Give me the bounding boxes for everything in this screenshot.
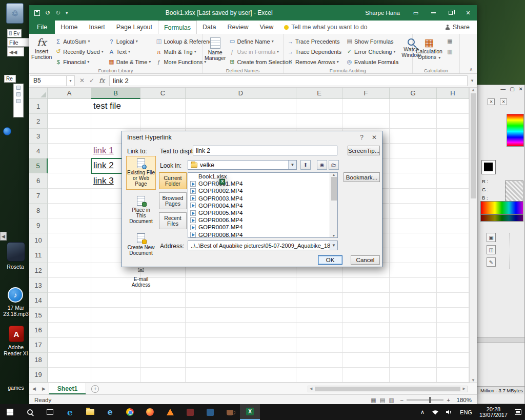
row-header-9[interactable]: 9	[29, 218, 48, 233]
volume-icon[interactable]	[442, 404, 456, 420]
cell-E13[interactable]	[296, 278, 342, 293]
cell-A7[interactable]	[48, 189, 91, 204]
cell-A4[interactable]	[48, 144, 91, 158]
cell-F18[interactable]	[342, 353, 390, 368]
cell-A19[interactable]	[48, 368, 91, 383]
panel-close-icon[interactable]: ✕	[500, 98, 507, 105]
language-indicator[interactable]: ENG	[456, 404, 476, 420]
cell-G13[interactable]	[390, 278, 437, 293]
tab-review[interactable]: Review	[221, 21, 254, 34]
task-view-button[interactable]	[40, 404, 60, 420]
column-header-H[interactable]: H	[437, 88, 469, 99]
row-header-6[interactable]: 6	[29, 173, 48, 188]
zoom-slider-thumb[interactable]	[429, 397, 431, 403]
cell-B15[interactable]	[91, 308, 140, 323]
horizontal-scroll-thumb[interactable]	[315, 387, 460, 391]
cell-H9[interactable]	[437, 218, 469, 233]
name-box[interactable]: B5	[30, 75, 67, 86]
cell-A2[interactable]	[48, 114, 91, 129]
taskbar-file-explorer[interactable]	[80, 404, 100, 420]
cell-H8[interactable]	[437, 204, 469, 218]
desktop-app-icon[interactable]	[3, 127, 11, 135]
cell-G1[interactable]	[390, 99, 437, 114]
cell-A15[interactable]	[48, 308, 91, 323]
column-header-B[interactable]: B	[91, 88, 140, 99]
horizontal-scrollbar[interactable]: ◀ ▶	[308, 386, 468, 392]
screentip-button[interactable]: ScreenTip...	[348, 146, 380, 155]
cell-B14[interactable]	[91, 293, 140, 308]
row-header-15[interactable]: 15	[29, 308, 48, 323]
date-time-button[interactable]: ▦Date & Time▾	[107, 57, 153, 67]
cell-G6[interactable]	[390, 173, 437, 188]
taskbar-app-1[interactable]	[180, 404, 200, 420]
ok-button[interactable]: OK	[318, 255, 342, 265]
cell-F13[interactable]	[342, 278, 390, 293]
browse-file-button[interactable]: 🗁	[329, 160, 339, 170]
cell-G9[interactable]	[390, 218, 437, 233]
scroll-up-icon[interactable]: ▲	[471, 88, 475, 92]
editor-scrollbar[interactable]	[477, 337, 524, 343]
row-header-16[interactable]: 16	[29, 323, 48, 337]
cell-H18[interactable]	[437, 353, 469, 368]
cell-A11[interactable]	[48, 248, 91, 263]
vertical-scroll-thumb[interactable]	[471, 93, 476, 198]
name-manager-button[interactable]: Name Manager	[205, 35, 226, 67]
cell-F17[interactable]	[342, 338, 390, 353]
insert-function-button[interactable]: fx Insert Function	[31, 35, 52, 67]
cell-A12[interactable]	[48, 263, 91, 278]
cell-A10[interactable]	[48, 233, 91, 248]
taskbar-coffee-app[interactable]	[220, 404, 240, 420]
cell-D2[interactable]	[186, 114, 296, 129]
nav-create-new-document[interactable]: Create New Document	[126, 231, 156, 259]
recycle-bin-icon[interactable]: ♲	[6, 3, 24, 24]
roseta-label[interactable]: Roseta	[0, 264, 31, 270]
cell-H1[interactable]	[437, 99, 469, 114]
scroll-down-icon[interactable]: ▼	[471, 378, 475, 383]
cell-G10[interactable]	[390, 233, 437, 248]
bookmark-button[interactable]: Bookmark...	[344, 172, 380, 182]
row-header-8[interactable]: 8	[29, 204, 48, 218]
cell-C16[interactable]	[140, 323, 186, 337]
tool-button[interactable]: ▣	[487, 233, 496, 242]
row-header-2[interactable]: 2	[29, 114, 48, 129]
row-header-11[interactable]: 11	[29, 248, 48, 263]
recently-used-button[interactable]: ↺Recently Used▾	[53, 47, 105, 56]
cell-A14[interactable]	[48, 293, 91, 308]
cell-A9[interactable]	[48, 218, 91, 233]
cell-F14[interactable]	[342, 293, 390, 308]
cell-B18[interactable]	[91, 353, 140, 368]
cell-H14[interactable]	[437, 293, 469, 308]
taskbar-chrome[interactable]	[120, 404, 140, 420]
file-item[interactable]: GOPR0005.MP4	[188, 209, 337, 216]
row-header-13[interactable]: 13	[29, 278, 48, 293]
cell-A6[interactable]	[48, 173, 91, 188]
cell-E1[interactable]	[296, 99, 342, 114]
cell-G15[interactable]	[390, 308, 437, 323]
cell-D15[interactable]	[186, 308, 296, 323]
color-palette[interactable]	[480, 201, 523, 214]
zoom-in-icon[interactable]: +	[447, 397, 450, 403]
cell-G17[interactable]	[390, 338, 437, 353]
undo-icon[interactable]: ↺	[45, 9, 50, 16]
file-item[interactable]: GOPR0003.MP4	[188, 195, 337, 202]
file-item[interactable]: GOPR0007.MP4	[188, 224, 337, 231]
cell-C14[interactable]	[140, 293, 186, 308]
cell-C15[interactable]	[140, 308, 186, 323]
file-item[interactable]: Book1.xlsx	[188, 173, 337, 180]
taskbar-firefox[interactable]	[140, 404, 160, 420]
sheet-nav-left-icon[interactable]: ◀	[29, 386, 39, 391]
page-break-view-icon[interactable]: ▥	[389, 397, 394, 404]
color-palette-dark[interactable]	[480, 214, 523, 222]
signed-in-user[interactable]: Sharpe Hana	[365, 10, 400, 16]
cell-G14[interactable]	[390, 293, 437, 308]
quick-access-dropdown-icon[interactable]: ▾	[66, 11, 68, 15]
tab-page-layout[interactable]: Page Layout	[111, 21, 158, 34]
cell-E17[interactable]	[296, 338, 342, 353]
cell-A3[interactable]	[48, 129, 91, 144]
action-center-icon[interactable]	[511, 404, 525, 420]
cell-B1[interactable]: test file	[91, 99, 140, 114]
cell-G19[interactable]	[390, 368, 437, 383]
file-item[interactable]: GOPR0006.MP4	[188, 216, 337, 224]
cell-G18[interactable]	[390, 353, 437, 368]
scroll-up-icon[interactable]: ▲	[332, 173, 336, 176]
